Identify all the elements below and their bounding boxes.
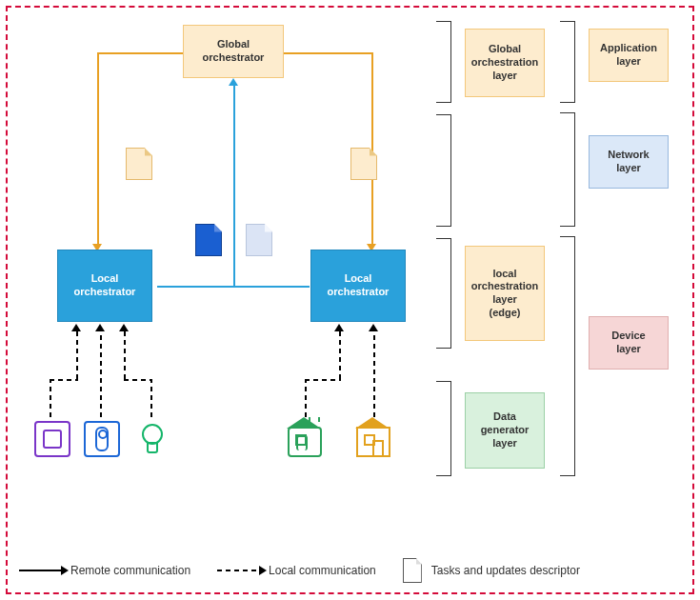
- bracket-global: [436, 21, 451, 103]
- lightbulb-icon: [135, 421, 168, 453]
- sensor-chip-icon: [34, 421, 70, 457]
- bracket-data: [436, 381, 451, 476]
- bracket-dev: [560, 236, 575, 476]
- local-orchestrator-box: Local orchestrator: [310, 250, 406, 322]
- legend-remote-label: Remote communication: [70, 564, 190, 577]
- remote-arrow-icon: [19, 570, 61, 571]
- bracket-app: [560, 21, 575, 103]
- legend-doc-label: Tasks and updates descriptor: [431, 564, 580, 577]
- legend-local-label: Local communication: [269, 564, 376, 577]
- layer-data-gen: Data generator layer: [465, 392, 545, 469]
- home-icon: [356, 427, 390, 457]
- device-row: [29, 421, 61, 459]
- task-doc-icon: [126, 148, 152, 180]
- local-arrow-icon: [217, 570, 259, 571]
- layer-application: Application layer: [589, 29, 669, 82]
- update-doc-icon: [195, 224, 222, 256]
- smart-home-chip-icon: [288, 427, 322, 457]
- layer-global-orch: Global orchestration layer: [465, 29, 545, 97]
- legend-doc-icon: [403, 558, 422, 583]
- legend: Remote communication Local communication…: [19, 558, 681, 583]
- switch-icon: [84, 421, 120, 457]
- task-doc-icon: [350, 148, 377, 180]
- global-orchestrator-box: Global orchestrator: [183, 25, 284, 78]
- layer-device: Device layer: [589, 316, 669, 370]
- bracket-net: [560, 112, 575, 227]
- layer-network: Network layer: [589, 135, 669, 189]
- bracket-network-gap: [436, 114, 451, 227]
- local-orchestrator-box: Local orchestrator: [57, 250, 152, 322]
- layer-local-orch: local orchestration layer (edge): [465, 246, 545, 341]
- bracket-local: [436, 238, 451, 349]
- update-doc-icon: [246, 224, 272, 256]
